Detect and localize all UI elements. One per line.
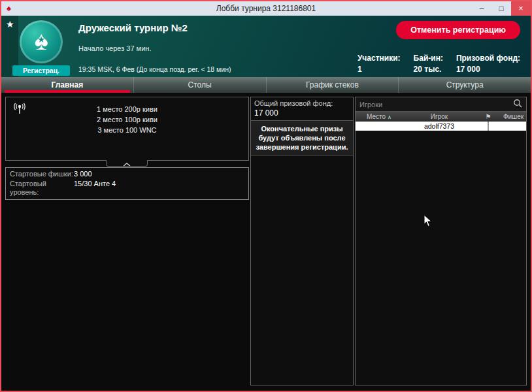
- flag-russia-icon: [476, 122, 501, 130]
- stat-value: 17 000: [456, 65, 520, 74]
- column-place[interactable]: Место∧: [356, 113, 403, 120]
- mouse-cursor: [424, 214, 433, 230]
- announcement-line: 2 место 100р киви: [6, 114, 248, 125]
- stat-participants: Участники: 1: [357, 54, 401, 74]
- stat-value: 20 тыс.: [414, 65, 443, 74]
- schedule-info: 19:35 MSK, 6 Фев (До конца позд. рег. < …: [78, 65, 231, 73]
- players-table-header: Место∧ Игрок ⚑ Фишек: [356, 112, 526, 122]
- sort-asc-icon: ∧: [388, 114, 391, 120]
- player-name: adolf7373: [403, 122, 476, 130]
- titlebar: ♠ Лобби турнира 3121186801 – □ ×: [1, 1, 531, 16]
- favorite-star-icon[interactable]: ★: [6, 19, 14, 29]
- players-search-input[interactable]: [359, 101, 513, 108]
- starting-chips-label: Стартовые фишки:: [10, 170, 74, 178]
- tournament-info-box: Стартовые фишки: 3 000 Стартовый уровень…: [5, 167, 249, 200]
- tab-tables[interactable]: Столы: [133, 77, 266, 93]
- start-countdown: Начало через 37 мин.: [78, 44, 151, 52]
- player-row[interactable]: adolf7373: [356, 122, 526, 131]
- cancel-registration-button[interactable]: Отменить регистрацию: [396, 21, 520, 39]
- announcement-line: 3 место 100 WNC: [6, 125, 248, 135]
- announcement-text: 1 место 200р киви 2 место 100р киви 3 ме…: [6, 104, 248, 135]
- stat-prize-pool: Призовой фонд: 17 000: [456, 54, 520, 74]
- app-icon: ♠: [7, 3, 11, 14]
- announcement-line: 1 место 200р киви: [6, 104, 248, 114]
- tournament-header: ★ ♠ ★ Регистрац. Дружеский турнир №2 Нач…: [1, 16, 531, 78]
- stat-label: Призовой фонд:: [456, 54, 520, 63]
- status-badge: Регистрац.: [12, 65, 70, 76]
- tab-stack-chart[interactable]: График стеков: [266, 77, 399, 93]
- column-chips[interactable]: Фишек: [501, 113, 526, 120]
- prize-note: Окончательные призы будут объявлены посл…: [251, 121, 353, 155]
- total-prize-block: Общий призовой фонд: 17 000: [251, 97, 353, 121]
- stat-label: Участники:: [357, 54, 401, 63]
- window-title: Лобби турнира 3121186801: [1, 4, 531, 13]
- maximize-button[interactable]: □: [491, 1, 511, 16]
- starting-level-label: Стартовый уровень:: [10, 180, 74, 197]
- tournament-name: Дружеский турнир №2: [78, 22, 188, 33]
- starting-chips-value: 3 000: [74, 170, 244, 178]
- total-prize-label: Общий призовой фонд:: [254, 99, 350, 107]
- stat-value: 1: [357, 65, 401, 74]
- window-controls: – □ ×: [472, 1, 531, 16]
- announcement-panel: 1 место 200р киви 2 место 100р киви 3 ме…: [5, 97, 249, 161]
- pokerstars-logo: ♠ ★: [20, 20, 63, 63]
- starting-level-value: 15/30 Анте 4: [74, 180, 244, 197]
- close-button[interactable]: ×: [511, 1, 531, 16]
- minimize-button[interactable]: –: [472, 1, 491, 16]
- tab-main[interactable]: Главная: [1, 77, 133, 93]
- announcement-collapse-toggle[interactable]: [106, 160, 148, 167]
- tab-bar: Главная Столы График стеков Структура: [1, 77, 531, 93]
- lobby-content: 1 место 200р киви 2 место 100р киви 3 ме…: [1, 93, 531, 391]
- tab-structure[interactable]: Структура: [398, 77, 531, 93]
- flag-column-icon[interactable]: ⚑: [476, 113, 501, 120]
- stat-label: Бай-ин:: [414, 54, 443, 63]
- stat-buyin: Бай-ин: 20 тыс.: [414, 54, 443, 74]
- search-icon[interactable]: [513, 99, 522, 110]
- column-player[interactable]: Игрок: [403, 113, 476, 120]
- prize-panel: Общий призовой фонд: 17 000 Окончательны…: [250, 97, 354, 385]
- players-panel: Место∧ Игрок ⚑ Фишек adolf7373: [355, 97, 527, 385]
- tournament-stats: Участники: 1 Бай-ин: 20 тыс. Призовой фо…: [357, 54, 520, 74]
- tournament-lobby-window: ♠ Лобби турнира 3121186801 – □ × ★ ♠ ★ Р…: [0, 0, 532, 392]
- total-prize-value: 17 000: [254, 108, 350, 118]
- logo-star-icon: ★: [20, 35, 63, 44]
- tournament-info-grid: Стартовые фишки: 3 000 Стартовый уровень…: [10, 170, 244, 197]
- players-search-bar: [356, 97, 526, 112]
